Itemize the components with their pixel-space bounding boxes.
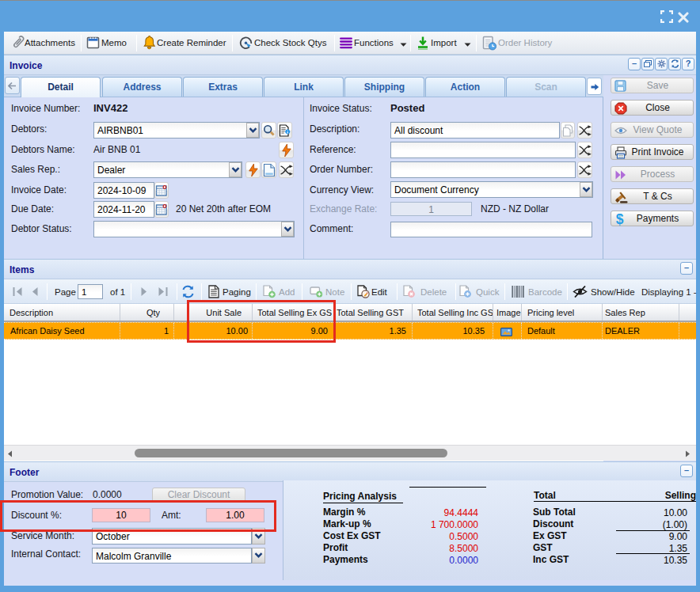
svg-text:$: $	[616, 212, 624, 226]
